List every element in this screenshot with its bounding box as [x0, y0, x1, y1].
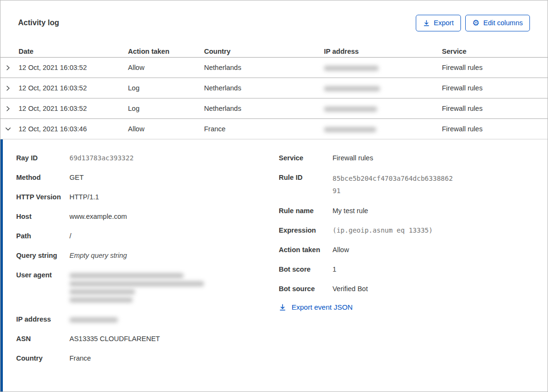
cell-service: Firewall rules — [442, 84, 548, 92]
detail-field-host: Host www.example.com — [16, 211, 279, 222]
user-agent-redacted — [69, 270, 204, 305]
header: Activity log Export ⚙ Edit columns — [0, 0, 548, 45]
header-actions: Export ⚙ Edit columns — [416, 15, 530, 31]
col-header-service: Service — [442, 48, 548, 55]
page-title: Activity log — [18, 19, 59, 27]
detail-field-bot-source: Bot source Verified Bot — [279, 284, 548, 294]
cell-country: France — [204, 125, 324, 133]
cell-date: 12 Oct, 2021 16:03:46 — [19, 125, 128, 133]
export-button[interactable]: Export — [416, 15, 461, 31]
download-icon — [279, 304, 286, 311]
detail-field-asn: ASN AS13335 CLOUDFLARENET — [16, 333, 279, 344]
detail-field-path: Path / — [16, 231, 279, 242]
edit-columns-button[interactable]: ⚙ Edit columns — [465, 15, 530, 31]
event-detail-panel: Ray ID 69d13783ac393322 Method GET HTTP … — [0, 139, 548, 392]
detail-field-rule-id: Rule ID 85bce5b204cf4703a764dcb633886291 — [279, 172, 548, 197]
cell-action-taken: Log — [128, 84, 204, 92]
cell-service: Firewall rules — [442, 105, 548, 112]
col-header-country: Country — [204, 48, 324, 55]
detail-field-bot-score: Bot score 1 — [279, 264, 548, 275]
ip-address-redacted — [69, 314, 118, 325]
col-header-date: Date — [19, 48, 128, 55]
cell-date: 12 Oct, 2021 16:03:52 — [19, 84, 128, 92]
edit-columns-button-label: Edit columns — [483, 19, 523, 27]
download-icon — [423, 20, 430, 27]
detail-field-http-version: HTTP Version HTTP/1.1 — [16, 192, 279, 203]
detail-field-country: Country France — [16, 353, 279, 364]
export-button-label: Export — [434, 19, 454, 27]
cell-ip-redacted — [324, 64, 442, 71]
detail-field-action-taken: Action taken Allow — [279, 245, 548, 255]
col-header-ip-address: IP address — [324, 48, 442, 55]
activity-log-panel: Activity log Export ⚙ Edit columns Date … — [0, 0, 548, 392]
detail-left-column: Ray ID 69d13783ac393322 Method GET HTTP … — [16, 153, 279, 392]
chevron-right-icon[interactable] — [0, 85, 19, 92]
cell-country: Netherlands — [204, 64, 324, 71]
table-row[interactable]: 12 Oct, 2021 16:03:52 Allow Netherlands … — [0, 58, 548, 78]
cell-ip-redacted — [324, 84, 442, 92]
cell-country: Netherlands — [204, 84, 324, 92]
detail-field-service: Service Firewall rules — [279, 153, 548, 164]
detail-field-ip-address: IP address — [16, 314, 279, 325]
chevron-right-icon[interactable] — [0, 64, 19, 71]
detail-field-user-agent: User agent — [16, 270, 279, 305]
chevron-down-icon[interactable] — [0, 125, 19, 133]
table-header: Date Action taken Country IP address Ser… — [0, 45, 548, 58]
export-event-json-link[interactable]: Export event JSON — [279, 303, 548, 311]
detail-field-rule-name: Rule name My test rule — [279, 206, 548, 216]
cell-action-taken: Allow — [128, 125, 204, 133]
table-row[interactable]: 12 Oct, 2021 16:03:52 Log Netherlands Fi… — [0, 78, 548, 98]
cell-action-taken: Log — [128, 105, 204, 112]
table-row[interactable]: 12 Oct, 2021 16:03:52 Log Netherlands Fi… — [0, 98, 548, 119]
cell-ip-redacted — [324, 105, 442, 112]
cell-ip-redacted — [324, 125, 442, 133]
export-event-json-label: Export event JSON — [292, 303, 352, 311]
cell-country: Netherlands — [204, 105, 324, 112]
cell-date: 12 Oct, 2021 16:03:52 — [19, 105, 128, 112]
detail-field-ray-id: Ray ID 69d13783ac393322 — [16, 153, 279, 164]
table-row-expanded[interactable]: 12 Oct, 2021 16:03:46 Allow France Firew… — [0, 119, 548, 139]
detail-field-query-string: Query string Empty query string — [16, 250, 279, 261]
detail-field-method: Method GET — [16, 172, 279, 183]
col-header-action-taken: Action taken — [128, 48, 204, 55]
detail-right-column: Service Firewall rules Rule ID 85bce5b20… — [279, 153, 548, 392]
cell-action-taken: Allow — [128, 64, 204, 71]
cell-service: Firewall rules — [442, 125, 548, 133]
gear-icon: ⚙ — [472, 19, 480, 27]
cell-service: Firewall rules — [442, 64, 548, 71]
detail-field-expression: Expression (ip.geoip.asnum eq 13335) — [279, 225, 548, 236]
chevron-right-icon[interactable] — [0, 105, 19, 112]
cell-date: 12 Oct, 2021 16:03:52 — [19, 64, 128, 71]
